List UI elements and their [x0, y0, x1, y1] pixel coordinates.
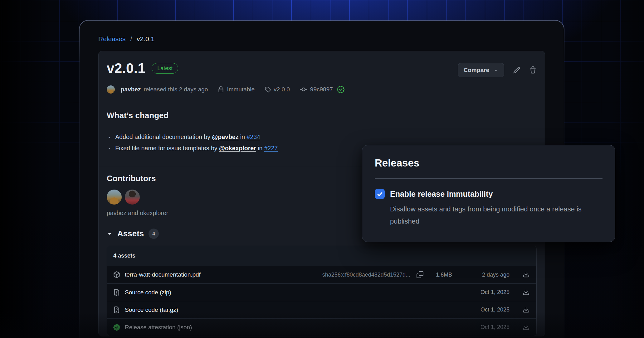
download-button[interactable]	[523, 289, 529, 296]
asset-date: Oct 1, 2025	[463, 289, 510, 296]
pr-link[interactable]: #234	[246, 133, 260, 140]
asset-date: 2 days ago	[463, 272, 510, 278]
copy-digest-button[interactable]	[417, 271, 423, 278]
edit-release-button[interactable]	[513, 66, 520, 74]
change-text: Fixed file name for issue templates by	[115, 145, 219, 152]
release-actions: Compare	[458, 63, 537, 77]
file-zip-icon	[113, 289, 120, 296]
package-icon	[113, 271, 120, 278]
avatar-okexplorer[interactable]	[125, 190, 140, 205]
asset-date: Oct 1, 2025	[463, 307, 510, 313]
change-text: in	[256, 145, 264, 152]
breadcrumb-separator: /	[130, 35, 132, 42]
page: Releases / v2.0.1 v2.0.1 Latest Compare	[0, 0, 644, 338]
author-avatar[interactable]	[107, 85, 115, 94]
immutability-setting-row: Enable release immutability	[375, 189, 603, 199]
release-settings-popup: Releases Enable release immutability Dis…	[362, 145, 615, 242]
git-commit-icon	[300, 86, 307, 93]
check-icon	[377, 191, 383, 197]
immutability-checkbox[interactable]	[375, 189, 385, 199]
triangle-down-icon	[107, 231, 113, 237]
change-text: Added additional documentation by	[115, 133, 212, 140]
assets-box: 4 assets terra-watt-documentation.pdf sh…	[107, 246, 537, 336]
released-text: released this 2 days ago	[144, 86, 208, 93]
assets-count-badge: 4	[149, 229, 159, 239]
immutability-checkbox-label[interactable]: Enable release immutability	[390, 190, 493, 199]
breadcrumb-releases-link[interactable]: Releases	[98, 35, 126, 42]
change-item: • Added additional documentation by @pav…	[109, 132, 537, 143]
asset-digest: sha256:cf80cd8aed482d5d1527d...	[322, 272, 410, 278]
download-icon	[523, 271, 529, 278]
immutability-description: Disallow assets and tags from being modi…	[390, 203, 602, 227]
lock-icon	[218, 86, 224, 93]
compare-button-label: Compare	[464, 67, 489, 74]
asset-name[interactable]: terra-watt-documentation.pdf	[125, 271, 201, 278]
pr-link[interactable]: #227	[264, 145, 278, 152]
latest-badge: Latest	[152, 63, 178, 74]
asset-size: 1.6MB	[436, 272, 452, 278]
breadcrumb: Releases / v2.0.1	[98, 35, 545, 43]
change-text: in	[238, 133, 246, 140]
assets-heading: Assets	[117, 229, 144, 239]
download-button[interactable]	[523, 307, 529, 313]
release-header-row: v2.0.1 Latest Compare	[107, 60, 537, 77]
user-link[interactable]: @okexplorer	[219, 145, 256, 152]
verified-icon	[337, 86, 344, 93]
compare-button[interactable]: Compare	[458, 63, 504, 77]
asset-name[interactable]: Source code (tar.gz)	[125, 307, 178, 313]
file-zip-icon	[113, 307, 120, 313]
assets-box-header: 4 assets	[107, 246, 536, 266]
verified-icon	[113, 324, 120, 331]
avatar-pavbez[interactable]	[107, 190, 122, 205]
copy-icon	[417, 271, 423, 278]
breadcrumb-current: v2.0.1	[137, 35, 154, 42]
tag-name: v2.0.0	[274, 86, 290, 93]
asset-row: Source code (tar.gz) Oct 1, 2025	[107, 301, 536, 318]
commit-sha[interactable]: 99c9897	[310, 86, 333, 93]
author-name[interactable]: pavbez	[121, 86, 141, 93]
user-link[interactable]: @pavbez	[212, 133, 238, 140]
tag-icon	[265, 86, 271, 93]
release-meta-row: pavbez released this 2 days ago Immutabl…	[107, 85, 537, 101]
trash-icon	[529, 66, 537, 74]
asset-name[interactable]: Source code (zip)	[125, 289, 171, 296]
whats-changed-heading: What’s changed	[107, 111, 537, 125]
popup-divider	[375, 178, 603, 179]
chevron-down-icon	[494, 68, 498, 73]
delete-release-button[interactable]	[529, 66, 537, 74]
asset-row: Release attestation (json) Oct 1, 2025	[107, 318, 536, 336]
immutable-label: Immutable	[227, 86, 255, 93]
asset-name[interactable]: Release attestation (json)	[125, 324, 192, 331]
download-icon	[523, 324, 529, 331]
release-title: v2.0.1	[107, 60, 145, 76]
asset-row: terra-watt-documentation.pdf sha256:cf80…	[107, 266, 536, 283]
assets-collapse-toggle[interactable]	[107, 231, 113, 237]
download-button[interactable]	[523, 324, 529, 331]
download-icon	[523, 307, 529, 313]
download-icon	[523, 289, 529, 296]
asset-row: Source code (zip) Oct 1, 2025	[107, 283, 536, 301]
asset-date: Oct 1, 2025	[463, 324, 510, 331]
popup-title: Releases	[375, 157, 603, 169]
bullet-icon: •	[109, 143, 110, 154]
bullet-icon: •	[109, 132, 110, 143]
download-button[interactable]	[523, 271, 529, 278]
pencil-icon	[513, 66, 520, 74]
